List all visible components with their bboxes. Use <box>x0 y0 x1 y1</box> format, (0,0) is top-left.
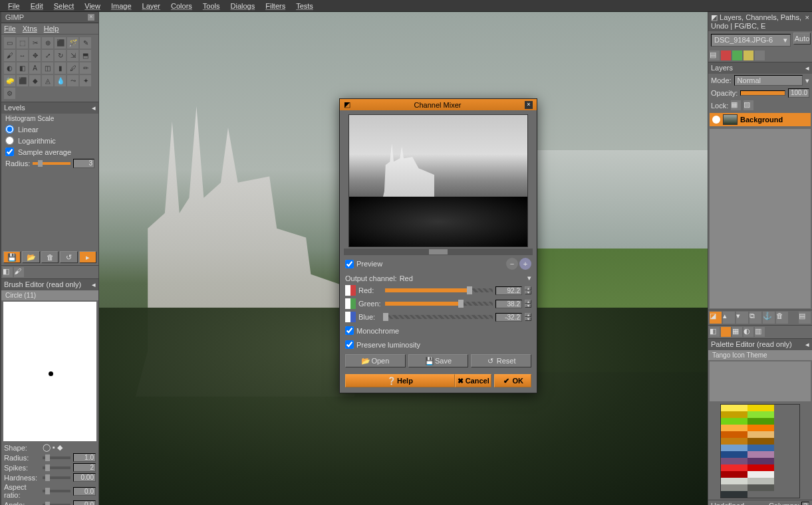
layer-list-area[interactable] <box>710 129 811 308</box>
swatch[interactable] <box>747 418 774 425</box>
swatch[interactable] <box>721 418 747 425</box>
zoom-out-icon[interactable]: − <box>506 258 518 270</box>
swatch[interactable] <box>747 458 774 464</box>
tool-17[interactable]: ◫ <box>42 62 53 74</box>
brush-slider-radius[interactable]: Radius:1.0 <box>1 453 98 462</box>
toolbox-menu-file[interactable]: File <box>4 25 16 33</box>
swatch[interactable] <box>747 478 774 484</box>
menu-filters[interactable]: Filters <box>260 1 291 11</box>
menu-tests[interactable]: Tests <box>291 1 319 11</box>
fg-bg-tab[interactable]: ◧ <box>710 327 720 337</box>
radius-slider[interactable]: Radius: 3 <box>1 157 98 169</box>
swatch[interactable] <box>721 451 747 458</box>
tool-3[interactable]: ⊕ <box>42 37 53 49</box>
tool-6[interactable]: ✎ <box>80 37 91 49</box>
channel-slider-blue[interactable]: Blue:-32.2▴▾ <box>344 310 533 324</box>
tool-18[interactable]: ▮ <box>55 62 66 74</box>
opacity-slider[interactable]: Opacity: 100.0 <box>708 87 812 99</box>
tool-9[interactable]: ✥ <box>29 50 41 61</box>
preview-scrollbar[interactable] <box>344 249 533 255</box>
save-preset-button[interactable]: 💾 <box>3 251 21 263</box>
swatch[interactable] <box>721 458 747 464</box>
patterns-tab[interactable]: ▦ <box>732 327 742 337</box>
swatch[interactable] <box>747 484 774 491</box>
menu-select[interactable]: Select <box>49 1 80 11</box>
close-icon[interactable]: × <box>805 13 809 30</box>
swatch[interactable] <box>747 438 774 445</box>
swatch[interactable] <box>721 425 747 431</box>
monochrome-checkbox[interactable] <box>345 326 354 335</box>
brush-name-field[interactable]: Circle (11) <box>1 290 98 300</box>
tool-15[interactable]: ◧ <box>17 62 28 74</box>
open-button[interactable]: 📂Open <box>345 354 406 367</box>
preserve-luminosity-checkbox[interactable] <box>345 340 354 349</box>
help-button[interactable]: ❔Help <box>345 374 455 387</box>
lock-pixels-icon[interactable]: ▦ <box>731 100 741 110</box>
image-selector[interactable]: DSC_9184.JPG-6▾ <box>711 34 791 47</box>
paths-tab[interactable] <box>732 50 742 60</box>
brush-slider-angle[interactable]: Angle:0.0 <box>1 500 98 505</box>
swatch[interactable] <box>747 451 774 458</box>
tool-21[interactable]: 🧽 <box>4 75 15 86</box>
channel-slider-green[interactable]: Green:38.2▴▾ <box>344 297 533 310</box>
tool-2[interactable]: ✂ <box>29 37 41 49</box>
toolbox-menu-xtns[interactable]: Xtns <box>23 25 37 33</box>
lock-row[interactable]: Lock: ▦ ▨ <box>708 99 812 112</box>
swatch[interactable] <box>721 431 747 438</box>
undo-tab[interactable] <box>744 50 753 60</box>
menu-colors[interactable]: Colors <box>166 1 198 11</box>
brush-slider-spikes[interactable]: Spikes:2 <box>1 462 98 472</box>
preview-checkbox[interactable] <box>345 260 354 268</box>
lower-layer-button[interactable]: ▾ <box>736 312 748 324</box>
auto-button[interactable]: Auto <box>793 33 811 45</box>
blend-mode[interactable]: Mode: Normal▾ <box>708 74 812 87</box>
lock-alpha-icon[interactable]: ▨ <box>744 100 753 110</box>
channels-tab[interactable] <box>721 50 731 60</box>
tool-1[interactable]: ⬚ <box>17 37 28 49</box>
layers-tab[interactable]: ▤ <box>710 50 720 60</box>
sample-average-check[interactable]: Sample average <box>1 146 98 157</box>
logarithmic-radio[interactable]: Logarithmic <box>1 135 98 146</box>
tool-options-tab[interactable]: ◧ <box>3 267 13 277</box>
swatch[interactable] <box>747 464 774 471</box>
swatch[interactable] <box>721 478 747 484</box>
swatch[interactable] <box>721 405 747 411</box>
swatch[interactable] <box>747 471 774 478</box>
visibility-icon[interactable] <box>712 116 720 124</box>
menu-icon[interactable]: ▤ <box>799 312 811 324</box>
tool-23[interactable]: ◆ <box>29 75 41 86</box>
swatch[interactable] <box>721 438 747 445</box>
close-icon[interactable]: × <box>88 14 94 21</box>
tool-10[interactable]: ⤢ <box>42 50 53 61</box>
menu-layer[interactable]: Layer <box>137 1 166 11</box>
tool-16[interactable]: A <box>29 62 41 74</box>
zoom-in-icon[interactable]: + <box>519 258 531 270</box>
brush-slider-aspectratio[interactable]: Aspect ratio:0.0 <box>1 482 98 500</box>
tool-4[interactable]: ⬛ <box>55 37 66 49</box>
restore-preset-button[interactable]: 📂 <box>22 251 39 263</box>
brush-slider-hardness[interactable]: Hardness:0.00 <box>1 472 98 482</box>
swatch[interactable] <box>747 411 774 418</box>
menu-tools[interactable]: Tools <box>198 1 225 11</box>
cancel-button[interactable]: ✖Cancel <box>455 374 492 387</box>
tool-12[interactable]: ⇲ <box>67 50 78 61</box>
brushes-tab2[interactable] <box>721 327 731 337</box>
palette-name-field[interactable]: Tango Icon Theme <box>708 350 812 360</box>
toolbox-menu-help[interactable]: Help <box>44 25 59 33</box>
channel-slider-red[interactable]: Red:92.2▴▾ <box>344 284 533 297</box>
tool-8[interactable]: ↔ <box>17 50 28 61</box>
dialog-titlebar[interactable]: ◩ Channel Mixer × <box>340 99 537 110</box>
swatch[interactable] <box>721 471 747 478</box>
menu-image[interactable]: Image <box>106 1 137 11</box>
reset-button[interactable]: ↺Reset <box>471 354 531 367</box>
tool-14[interactable]: ◐ <box>4 62 15 74</box>
menu-button[interactable]: ▸ <box>79 251 96 263</box>
save-button[interactable]: 💾Save <box>408 354 469 367</box>
tool-5[interactable]: 🪄 <box>67 37 78 49</box>
swatch[interactable] <box>747 445 774 451</box>
palettes-tab[interactable]: ▥ <box>755 327 765 337</box>
brush-tab[interactable]: 🖌 <box>14 267 24 277</box>
tool-0[interactable]: ▭ <box>4 37 15 49</box>
new-layer-button[interactable]: ◪ <box>710 312 722 324</box>
output-channel-combo[interactable]: Red <box>400 274 525 282</box>
